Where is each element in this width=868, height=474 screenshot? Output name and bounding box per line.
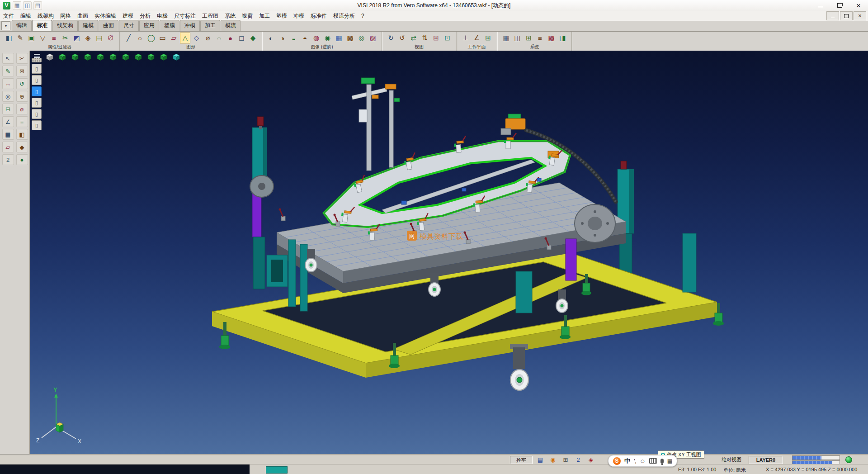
screen-split-icon[interactable]: ◨ (557, 33, 568, 43)
zoom-in-icon[interactable]: ⊕ (16, 91, 28, 102)
list-properties-icon[interactable]: ▤ (94, 33, 104, 43)
rendered-view-icon[interactable]: ◉ (322, 33, 333, 43)
menu-item[interactable]: 建模 (119, 11, 137, 21)
color-palette-icon[interactable]: ▦ (501, 33, 511, 43)
tabs-dropdown-icon[interactable]: ▾ (1, 21, 10, 30)
ime-keyboard-icon[interactable] (649, 458, 657, 464)
view-dimetric-icon[interactable] (158, 52, 169, 62)
menu-item[interactable]: 视窗 (239, 11, 256, 21)
menu-item[interactable]: 曲面 (74, 11, 91, 21)
workspace-switch-icon[interactable]: ◈ (587, 455, 595, 464)
triangle-icon[interactable]: △ (180, 33, 190, 43)
viewport-3d[interactable]: 网 模具资料下载 Y X Z (30, 51, 868, 454)
dock-grip[interactable] (32, 58, 42, 62)
menu-item[interactable]: 线架构 (34, 11, 57, 21)
tab[interactable]: 冲模 (180, 20, 200, 31)
tab[interactable]: 加工 (200, 20, 220, 31)
ime-punctuation[interactable]: ’, (634, 458, 636, 465)
menu-item[interactable]: 分析 (137, 11, 154, 21)
reset-filter-icon[interactable]: ∅ (105, 33, 116, 43)
highlight-filter-icon[interactable]: ◈ (83, 33, 93, 43)
grid-icon[interactable]: ▦ (2, 129, 14, 140)
tab[interactable]: 尺寸 (119, 20, 139, 31)
ime-emoji-icon[interactable]: ☺ (640, 458, 646, 465)
mdi-minimize-icon[interactable] (826, 11, 839, 20)
menu-item[interactable]: 塑模 (273, 11, 290, 21)
view-right-icon[interactable] (82, 52, 93, 62)
tab[interactable]: 曲面 (99, 20, 118, 31)
ime-mode-chinese[interactable]: 中 (624, 457, 630, 465)
window-layout-icon[interactable]: ◫ (23, 1, 32, 10)
tab[interactable]: 编辑 (12, 20, 32, 31)
tab[interactable]: 线架构 (52, 20, 78, 31)
circle-icon[interactable]: ○ (135, 33, 145, 43)
shaded-view-icon[interactable]: ◐ (266, 33, 276, 43)
notes-icon[interactable]: ▯ (32, 98, 42, 108)
menu-item[interactable]: 网格 (57, 11, 74, 21)
view-left-icon[interactable] (95, 52, 106, 62)
color-table-icon[interactable]: ▣ (26, 33, 37, 43)
menu-item[interactable]: 标准件 (307, 11, 330, 21)
view-iso-icon[interactable] (133, 52, 144, 62)
menu-item[interactable]: 编辑 (17, 11, 34, 21)
calculator-icon[interactable]: ⊞ (561, 455, 570, 464)
rotate-view-icon[interactable]: ↻ (386, 33, 396, 43)
cut-elements-icon[interactable]: ✂ (60, 33, 71, 43)
view-front-icon[interactable] (70, 52, 80, 62)
minimize-icon[interactable] (811, 0, 830, 11)
maximize-icon[interactable] (830, 0, 849, 11)
big-circle-icon[interactable]: ◯ (146, 33, 156, 43)
fill-icon[interactable]: ● (16, 154, 28, 165)
swap-view-icon[interactable]: ⇄ (408, 33, 419, 43)
mesh-view-icon[interactable]: ▩ (345, 33, 355, 43)
dual-screen-icon[interactable]: 2 (574, 455, 582, 464)
menu-item[interactable]: 电极 (154, 11, 171, 21)
point-icon[interactable]: ● (225, 33, 236, 43)
tab[interactable]: 建模 (78, 20, 98, 31)
display-settings-icon[interactable]: ◫ (512, 33, 523, 43)
selection-grid-icon[interactable]: ⊞ (524, 33, 534, 43)
wireframe-view-icon[interactable]: ◎ (356, 33, 367, 43)
flip-view-icon[interactable]: ⇅ (420, 33, 430, 43)
online-status-icon[interactable] (845, 456, 852, 463)
hidden-line-icon[interactable]: ◑ (277, 33, 288, 43)
menu-item[interactable]: 尺寸标注 (171, 11, 199, 21)
view-iso-back-icon[interactable] (146, 52, 156, 62)
command-history-icon[interactable]: ▤ (536, 455, 544, 464)
menu-item[interactable]: 加工 (256, 11, 273, 21)
menu-item[interactable]: 冲模 (290, 11, 307, 21)
zoom-all-icon[interactable]: ⊡ (442, 33, 453, 43)
box-icon[interactable]: ◻ (236, 33, 247, 43)
view-bottom-icon[interactable] (120, 52, 131, 62)
menu-item[interactable]: 模流分析 (330, 11, 358, 21)
measure-icon[interactable]: ⌀ (16, 104, 28, 114)
tab[interactable]: 模流 (221, 20, 241, 31)
history-icon[interactable]: ▯ (32, 64, 42, 74)
view-current-icon[interactable] (171, 52, 182, 62)
close-icon[interactable] (849, 0, 868, 11)
menu-item[interactable]: 工程图 (199, 11, 222, 21)
previous-view-icon[interactable]: ↺ (397, 33, 407, 43)
workplane-set-icon[interactable]: ⊥ (460, 33, 471, 43)
line-icon[interactable]: ╱ (123, 33, 134, 43)
layers-icon[interactable]: ≡ (16, 116, 28, 127)
measure-list-icon[interactable]: ▯ (32, 109, 42, 119)
attribute-brush-icon[interactable]: ◧ (4, 33, 14, 43)
mask-filter-icon[interactable]: ◩ (71, 33, 82, 43)
tab[interactable]: 塑膜 (160, 20, 179, 31)
rhombus-icon[interactable]: ◇ (191, 33, 202, 43)
system-options-icon[interactable]: ≡ (535, 33, 545, 43)
scale-bar-1[interactable] (792, 455, 840, 460)
workplane-angle-icon[interactable]: ∠ (472, 33, 482, 43)
macro-icon[interactable]: ▯ (32, 120, 42, 130)
document-list-icon[interactable]: ▤ (33, 1, 42, 10)
lock-toggle[interactable]: 拴牢 (510, 456, 533, 464)
snap-point-icon[interactable]: ◆ (16, 142, 28, 152)
pixel-grid-icon[interactable]: ▩ (546, 33, 557, 43)
two-point-icon[interactable]: 2 (2, 154, 14, 165)
trim-icon[interactable]: ✂ (16, 53, 28, 64)
selection-set-icon[interactable]: ▯ (32, 86, 42, 96)
edit-attributes-icon[interactable]: ✎ (15, 33, 25, 43)
construction-circle-icon[interactable]: ◌ (214, 33, 224, 43)
parallelogram-icon[interactable]: ▱ (169, 33, 179, 43)
